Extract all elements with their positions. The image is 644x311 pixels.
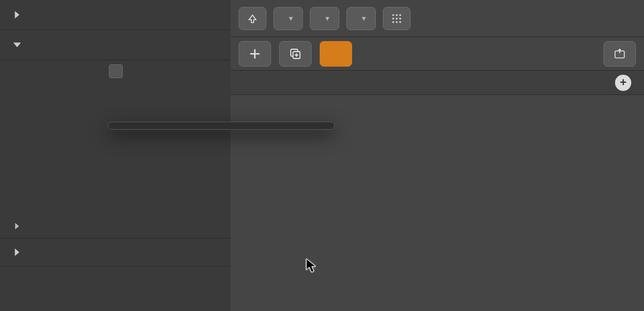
svg-point-8 <box>399 21 401 23</box>
more-row[interactable] <box>0 214 230 239</box>
duplicate-button[interactable] <box>279 41 312 67</box>
hide-button[interactable] <box>320 41 352 67</box>
grid-button[interactable] <box>383 7 411 30</box>
view-menu-button[interactable]: ▾ <box>346 7 376 30</box>
add-marker-button[interactable]: + <box>615 75 631 91</box>
quantize-menu[interactable] <box>108 122 335 130</box>
svg-point-3 <box>392 17 394 19</box>
main-area: ▾ ▾ ▾ <box>230 0 644 311</box>
svg-point-6 <box>392 21 394 23</box>
chevron-right-icon <box>10 9 23 21</box>
param-level[interactable] <box>0 192 230 214</box>
chevron-down-icon: ▾ <box>325 14 330 23</box>
chevron-down-icon: ▾ <box>362 14 366 23</box>
dynamic-help-row[interactable] <box>0 0 230 30</box>
up-arrow-button[interactable] <box>239 7 266 30</box>
mute-checkbox[interactable] <box>109 64 123 78</box>
top-toolbar: ▾ ▾ ▾ <box>230 0 644 37</box>
region-row[interactable] <box>0 30 230 60</box>
add-track-button[interactable] <box>239 41 271 67</box>
svg-point-2 <box>399 14 401 16</box>
param-flex[interactable] <box>0 170 230 192</box>
secondary-toolbar <box>230 37 644 71</box>
svg-point-5 <box>399 17 401 19</box>
functions-menu-button[interactable]: ▾ <box>310 7 339 30</box>
param-quantize[interactable] <box>0 82 230 104</box>
inspector-sidebar <box>0 0 230 311</box>
svg-point-0 <box>392 14 394 16</box>
edit-menu-button[interactable]: ▾ <box>273 7 303 30</box>
svg-point-1 <box>396 14 397 16</box>
chevron-right-icon <box>10 246 23 259</box>
global-tracks-button[interactable] <box>603 41 636 67</box>
marker-row: + <box>230 71 644 95</box>
param-mute <box>0 60 230 82</box>
chevron-right-icon <box>10 220 23 233</box>
chevron-down-icon: ▾ <box>289 14 293 23</box>
param-finetune[interactable] <box>0 148 230 170</box>
svg-point-7 <box>396 21 397 23</box>
chevron-down-icon <box>10 39 23 52</box>
groups-row[interactable] <box>0 239 230 266</box>
svg-point-4 <box>396 17 397 19</box>
